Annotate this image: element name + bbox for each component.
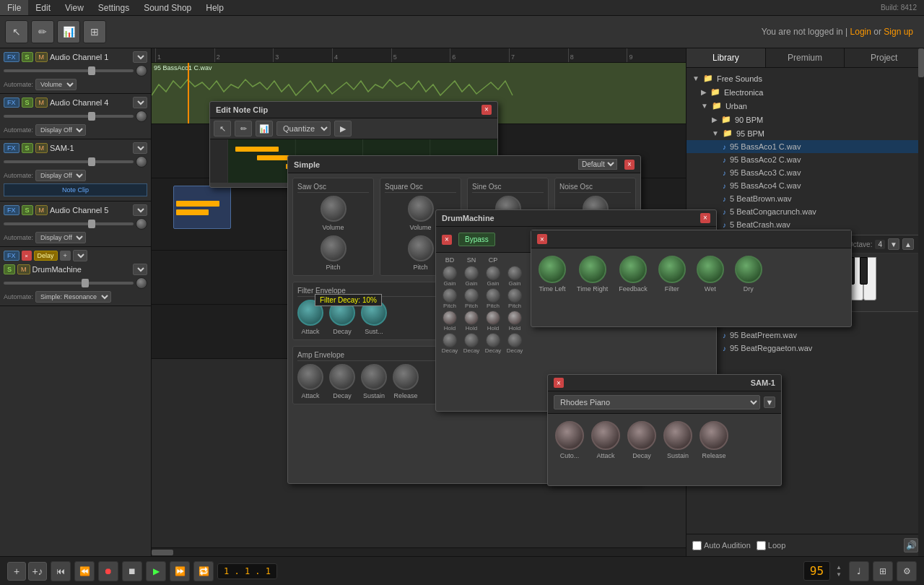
edit-note-clip-titlebar[interactable]: Edit Note Clip × <box>210 102 497 118</box>
key-as2[interactable] <box>860 257 868 285</box>
add-effect-button[interactable]: + <box>60 251 71 261</box>
mute-button-1[interactable]: M <box>35 52 48 62</box>
simple-preset-select[interactable]: Default <box>578 159 617 170</box>
tab-project[interactable]: Project <box>845 48 924 67</box>
dm-pitch-bd-knob[interactable] <box>443 288 457 303</box>
menu-edit[interactable]: Edit <box>28 0 58 15</box>
stop-button[interactable]: ⏹ <box>122 561 142 581</box>
bypass-button[interactable]: Bypass <box>458 233 495 246</box>
solo-button-drum[interactable]: S <box>4 264 15 274</box>
dm-decay-cp-knob[interactable] <box>486 333 500 347</box>
channel-dropdown-drum[interactable] <box>73 250 87 261</box>
draw-tool-button[interactable]: 📊 <box>57 20 80 43</box>
fader-4[interactable] <box>4 115 134 118</box>
pan-knob-4[interactable] <box>136 110 147 122</box>
saw-volume-knob[interactable] <box>321 196 346 222</box>
pan-knob-5[interactable] <box>136 218 147 230</box>
settings-button[interactable]: ⚙ <box>897 561 917 581</box>
bpm-up-button[interactable]: ▲ <box>836 564 842 571</box>
note-clip-block[interactable] <box>173 186 231 229</box>
h-scrollbar[interactable] <box>152 547 686 556</box>
dm-hold-cp-knob[interactable] <box>486 311 500 325</box>
channel-dropdown-drum2[interactable] <box>133 264 147 275</box>
folder-free-sounds[interactable]: ▼ 📁 Free Sounds <box>687 72 924 85</box>
quantize-select[interactable]: Quantize <box>276 121 331 136</box>
drum-machine-titlebar[interactable]: DrumMachine × <box>436 210 716 227</box>
dm-hold-sn-knob[interactable] <box>464 311 479 325</box>
menu-help[interactable]: Help <box>199 0 231 15</box>
dm-decay-bd-knob[interactable] <box>443 333 457 347</box>
octave-up-button[interactable]: ▲ <box>902 238 914 250</box>
simple-synth-close[interactable]: × <box>624 160 635 170</box>
drum-machine-close[interactable]: × <box>700 213 710 223</box>
sam1-close[interactable]: × <box>554 378 564 388</box>
dm-hold-bd-knob[interactable] <box>443 311 457 325</box>
mute-button-sam1[interactable]: M <box>35 143 48 153</box>
sam1-preset-arrow[interactable]: ▼ <box>764 396 775 408</box>
enc-arrow-tool[interactable]: ↖ <box>214 121 231 136</box>
pan-knob-drum[interactable] <box>136 277 147 289</box>
amp-attack-knob[interactable] <box>297 364 323 390</box>
octave-down-button[interactable]: ▼ <box>888 238 899 250</box>
fx-button-1[interactable]: FX <box>4 52 19 62</box>
automate-select-sam1[interactable]: Display Off <box>35 170 86 181</box>
dm-pitch-sn-knob[interactable] <box>464 288 479 303</box>
amp-release-knob[interactable] <box>393 364 419 390</box>
menu-settings[interactable]: Settings <box>91 0 136 15</box>
dm-close-small[interactable]: × <box>442 235 452 245</box>
amp-decay-knob[interactable] <box>329 364 355 390</box>
folder-electronica[interactable]: ▶ 📁 Electronica <box>687 85 924 99</box>
channel-dropdown-sam1[interactable] <box>133 142 147 154</box>
h-scrollbar-thumb[interactable] <box>152 550 173 555</box>
fader-thumb-5[interactable] <box>88 220 95 228</box>
snap-tool-button[interactable]: ⊞ <box>83 20 106 43</box>
square-volume-knob[interactable] <box>408 196 434 222</box>
fader-thumb-drum[interactable] <box>82 279 89 287</box>
delay-button[interactable]: Delay <box>34 251 58 261</box>
fader-1[interactable] <box>4 69 134 72</box>
file-bassaco3[interactable]: ♪ 95 BassAco3 C.wav <box>687 166 924 179</box>
pan-knob-1[interactable] <box>136 65 147 77</box>
simple-synth-titlebar[interactable]: Simple Default × <box>288 156 640 173</box>
dm-hold-ch4-knob[interactable] <box>507 311 522 325</box>
dm-decay-ch4-knob[interactable] <box>507 333 522 347</box>
record-button[interactable]: ⏺ <box>98 561 118 581</box>
login-link[interactable]: Login <box>850 27 871 37</box>
reverb-close[interactable]: × <box>537 234 547 244</box>
lib-volume-button[interactable]: 🔊 <box>904 538 918 552</box>
fx-button-5[interactable]: FX <box>4 205 19 215</box>
enc-bar-tool[interactable]: 📊 <box>256 121 273 136</box>
dm-pitch-ch4-knob[interactable] <box>507 288 522 303</box>
bpm-down-button[interactable]: ▼ <box>836 571 842 578</box>
folder-90bpm[interactable]: ▶ 📁 90 BPM <box>687 113 924 126</box>
add-track-button[interactable]: + <box>7 562 26 581</box>
file-bassaco4[interactable]: ♪ 95 BassAco4 C.wav <box>687 179 924 192</box>
fx-button-drum[interactable]: FX <box>4 251 19 261</box>
arrow-tool-button[interactable]: ↖ <box>5 20 28 43</box>
grid-button[interactable]: ⊞ <box>873 561 893 581</box>
channel-dropdown-4[interactable] <box>133 97 147 108</box>
metronome-button[interactable]: ♩ <box>849 561 869 581</box>
dm-gain-bd-knob[interactable] <box>443 266 457 280</box>
tab-library[interactable]: Library <box>687 48 766 67</box>
file-bassaco2[interactable]: ♪ 95 BassAco2 C.wav <box>687 153 924 166</box>
timeleft-knob[interactable] <box>539 256 566 283</box>
pan-knob-sam1[interactable] <box>136 156 147 168</box>
auto-audition-checkbox-label[interactable]: Auto Audition <box>692 541 751 550</box>
file-beatpreem[interactable]: ♪ 95 BeatPreem.wav <box>687 329 924 342</box>
edit-note-clip-close[interactable]: × <box>481 105 492 115</box>
fader-sam1[interactable] <box>4 160 134 163</box>
mute-button-5[interactable]: M <box>35 205 48 215</box>
menu-soundshop[interactable]: Sound Shop <box>136 0 199 15</box>
sam1-cutoff-knob[interactable] <box>555 421 584 450</box>
automate-select-1[interactable]: Volume <box>35 79 77 90</box>
file-beatreggaeton[interactable]: ♪ 95 BeatReggaeton.wav <box>687 342 924 355</box>
play-button[interactable]: ▶ <box>146 561 166 581</box>
solo-button-5[interactable]: S <box>22 205 33 215</box>
file-bassaco1[interactable]: ♪ 95 BassAco1 C.wav <box>687 140 924 153</box>
dm-pitch-cp-knob[interactable] <box>486 288 500 303</box>
dm-gain-sn-knob[interactable] <box>464 266 479 280</box>
tab-premium[interactable]: Premium <box>766 48 845 67</box>
dry-knob[interactable] <box>735 256 762 283</box>
channel-dropdown-5[interactable] <box>133 204 147 216</box>
